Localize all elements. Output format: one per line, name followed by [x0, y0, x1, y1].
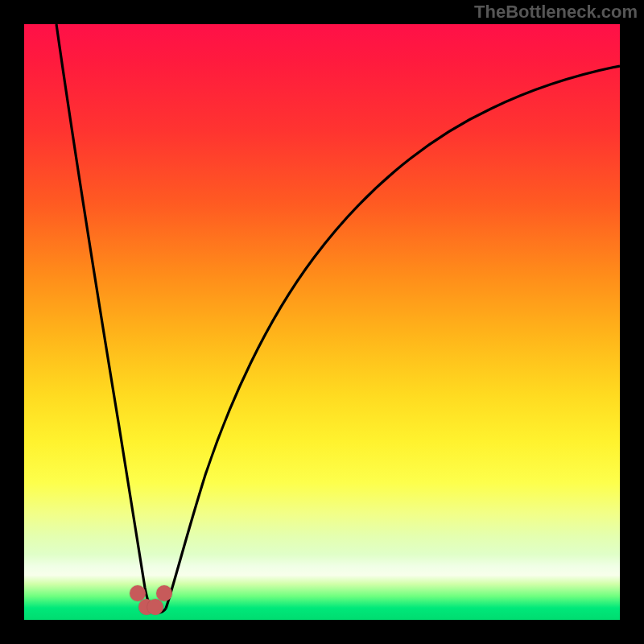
- minimum-marker: [147, 599, 163, 615]
- plot-area: [24, 24, 620, 620]
- curve-right-branch: [166, 66, 620, 609]
- chart-frame: TheBottleneck.com: [0, 0, 644, 644]
- minimum-marker: [156, 585, 172, 601]
- bottleneck-curve: [24, 24, 620, 620]
- watermark-text: TheBottleneck.com: [474, 2, 638, 23]
- curve-left-branch: [56, 24, 151, 609]
